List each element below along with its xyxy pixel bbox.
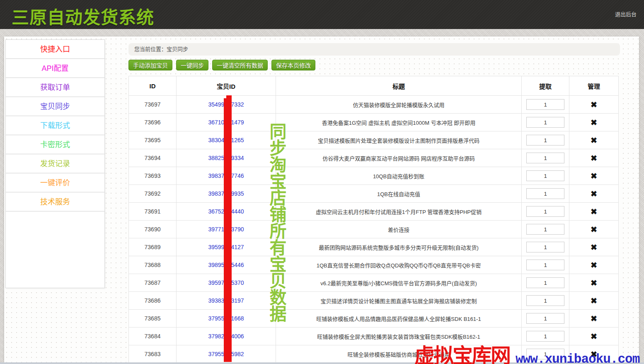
item-id-left: 39837	[208, 190, 224, 197]
extract-count-input[interactable]	[526, 153, 564, 163]
sidebar-item-api-config[interactable]: API配置	[6, 59, 104, 78]
sidebar-item-one-key-rate[interactable]: 一键评价	[6, 173, 104, 192]
extract-cell	[522, 131, 569, 149]
delete-icon[interactable]: ✖	[591, 225, 597, 234]
extract-count-input[interactable]	[526, 188, 564, 199]
item-id-right: 4440	[231, 208, 244, 215]
breadcrumb: 您当前位置：宝贝同步	[128, 43, 620, 56]
item-title-cell: v6.2最新完美至尊版/小猪CMS微信平台官方源码多用户(自动发货)	[276, 274, 522, 292]
extract-count-input[interactable]	[526, 170, 564, 181]
delete-icon[interactable]: ✖	[591, 118, 597, 127]
item-id-right: 4006	[231, 333, 244, 340]
item-id-right: 7746	[231, 172, 244, 179]
row-id: 73688	[145, 262, 161, 268]
delete-icon[interactable]: ✖	[591, 350, 597, 359]
manage-cell: ✖	[569, 185, 619, 203]
row-id: 73685	[145, 315, 161, 322]
logout-link[interactable]: 退出后台	[615, 10, 637, 18]
extract-cell	[522, 310, 569, 328]
extract-count-input[interactable]	[526, 206, 564, 217]
row-id: 73686	[145, 297, 161, 304]
item-title: 旺铺装修模板全屏大图轮播男装女装首饰珠宝鞋包类SDK模板B162-1	[317, 334, 480, 340]
delete-icon[interactable]: ✖	[591, 261, 597, 269]
delete-icon[interactable]: ✖	[591, 154, 597, 163]
delete-icon[interactable]: ✖	[591, 314, 597, 323]
app-header: 三原自动发货系统 退出后台	[0, 0, 644, 29]
table-header-row: ID宝贝ID标题提取管理	[129, 76, 619, 96]
delete-icon[interactable]: ✖	[591, 189, 597, 198]
item-id-left: 35499	[208, 101, 224, 108]
item-id-left: 37982	[208, 333, 224, 340]
row-id: 73697	[145, 101, 161, 108]
toolbar: 手动添加宝贝一键同步一键清空所有数据保存本页修改	[128, 60, 319, 70]
extract-cell	[522, 167, 569, 185]
row-id: 73691	[145, 208, 161, 215]
extract-count-input[interactable]	[526, 224, 564, 235]
sidebar-item-tech-service[interactable]: 技术服务	[6, 192, 104, 211]
delete-icon[interactable]: ✖	[591, 100, 597, 109]
sidebar-item-label: 发货记录	[40, 160, 70, 168]
save-page-button[interactable]: 保存本页修改	[271, 60, 315, 70]
item-id-left: 37955	[208, 315, 224, 322]
sidebar-item-quick-entry[interactable]: 快捷入口	[6, 40, 104, 59]
sidebar-item-get-orders[interactable]: 获取订单	[6, 78, 104, 97]
page-bottom-strip	[0, 362, 644, 364]
delete-icon[interactable]: ✖	[591, 172, 597, 180]
delete-icon[interactable]: ✖	[591, 207, 597, 216]
item-title-cell: 旺铺装修模板成人用品情趣用品医药保健品懒人全屏轮播SDK B161-1	[276, 310, 522, 328]
delete-icon[interactable]: ✖	[591, 136, 597, 145]
item-title-cell: 仿天猫装修模版全屏轮播模版永久试用	[276, 96, 522, 114]
row-id: 73692	[145, 190, 161, 197]
item-title: 差价连接	[388, 227, 409, 233]
delete-icon[interactable]: ✖	[591, 243, 597, 252]
item-id-left: 39597	[208, 279, 224, 286]
row-id-cell: 73685	[129, 310, 177, 328]
sidebar-item-card-type[interactable]: 卡密形式	[6, 135, 104, 154]
row-id-cell: 73697	[129, 96, 177, 114]
item-title: 1QB直充信誉长期合作回收Q点QD收购QQ币Q币QB直充带号QB卡密	[317, 262, 481, 269]
extract-count-input[interactable]	[526, 242, 564, 252]
delete-icon[interactable]: ✖	[591, 279, 597, 287]
extract-count-input[interactable]	[526, 313, 564, 324]
extract-count-input[interactable]	[526, 331, 564, 342]
extract-count-input[interactable]	[526, 135, 564, 146]
item-id-right: 9334	[231, 155, 244, 161]
extract-count-input[interactable]	[526, 260, 564, 270]
extract-count-input[interactable]	[526, 117, 564, 128]
extract-cell	[522, 185, 569, 203]
item-title: v6.2最新完美至尊版/小猪CMS微信平台官方源码多用户(自动发货)	[320, 280, 477, 286]
clear-all-button[interactable]: 一键清空所有数据	[212, 60, 268, 70]
item-title: 仿天猫装修模版全屏轮播模版永久试用	[353, 102, 444, 108]
sync-all-button[interactable]: 一键同步	[176, 60, 208, 70]
extract-count-input[interactable]	[526, 99, 564, 110]
row-id: 73683	[145, 351, 161, 357]
item-title-cell: 1QB直充信誉长期合作回收Q点QD收购QQ币Q币QB直充带号QB卡密	[276, 256, 522, 274]
item-id-left: 39599	[208, 244, 224, 250]
delete-icon[interactable]: ✖	[591, 332, 597, 341]
sidebar-item-label: 下载形式	[40, 121, 70, 130]
item-id-right: 3790	[231, 226, 244, 233]
row-id: 73684	[145, 333, 161, 340]
extract-cell	[522, 114, 569, 131]
extract-count-input[interactable]	[526, 349, 564, 359]
sidebar-menu: 快捷入口 API配置 获取订单 宝贝同步 下载形式 卡密形式 发货记录 一键评价…	[6, 40, 104, 211]
table-row: 73692 398379935 1QB在线自动充值 ✖	[129, 185, 619, 203]
item-id-right: 9935	[231, 190, 244, 197]
delete-icon[interactable]: ✖	[591, 296, 597, 305]
extract-count-input[interactable]	[526, 295, 564, 306]
manage-cell: ✖	[569, 328, 619, 345]
manual-add-button[interactable]: 手动添加宝贝	[128, 60, 172, 70]
extract-count-input[interactable]	[526, 277, 564, 288]
item-id-right: 5446	[231, 262, 244, 268]
item-title-cell: 差价连接	[276, 221, 522, 238]
column-header: ID	[129, 76, 177, 96]
extract-cell	[522, 256, 569, 274]
sidebar-item-item-sync[interactable]: 宝贝同步	[6, 97, 104, 116]
item-title-cell: 旺铺全装修模板基础版仿商城红全行业通用	[276, 345, 522, 363]
sidebar-item-ship-records[interactable]: 发货记录	[6, 154, 104, 173]
item-id-right: 5370	[231, 279, 244, 286]
sidebar-item-download-type[interactable]: 下载形式	[6, 116, 104, 135]
row-id-cell: 73691	[129, 203, 177, 221]
row-id-cell: 73686	[129, 292, 177, 310]
manage-cell: ✖	[569, 167, 619, 185]
